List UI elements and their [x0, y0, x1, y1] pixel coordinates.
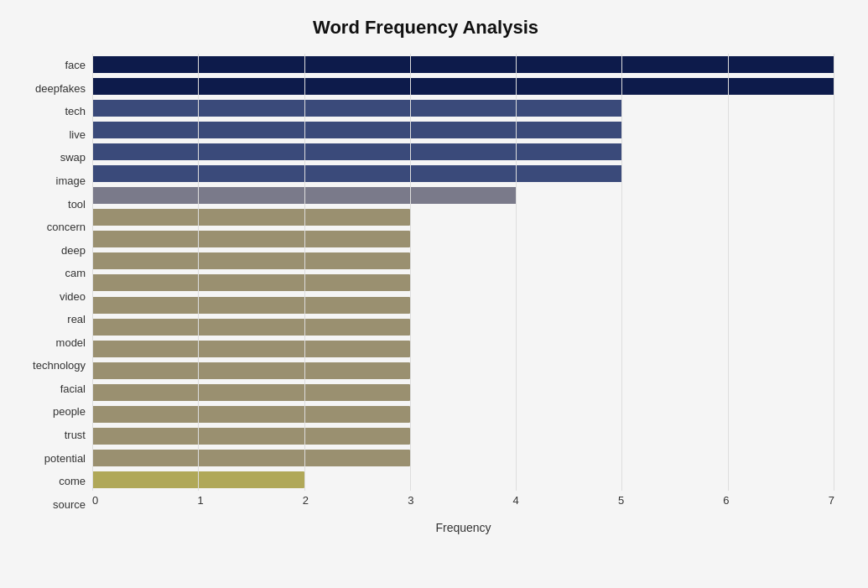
y-label: tech [65, 106, 86, 117]
bar [92, 274, 410, 291]
bar-row [92, 294, 834, 316]
bar [92, 428, 410, 445]
y-label: deep [61, 245, 86, 256]
y-label: come [59, 476, 86, 487]
x-tick: 3 [408, 494, 413, 507]
chart-area: facedeepfakestechliveswapimagetoolconcer… [17, 54, 834, 516]
bar-row [92, 338, 834, 360]
bar [92, 78, 834, 95]
chart-title: Word Frequency Analysis [17, 17, 834, 39]
bar [92, 471, 304, 488]
bar-row [92, 119, 834, 141]
y-label: image [56, 175, 86, 186]
bar [92, 231, 410, 247]
bar [92, 297, 410, 314]
bar-row [92, 447, 834, 469]
bar-row [92, 403, 834, 425]
bar [92, 384, 410, 401]
bar [92, 100, 622, 117]
bar [92, 143, 622, 160]
x-tick: 6 [723, 494, 729, 507]
bar-row [92, 425, 834, 447]
bar-row [92, 54, 834, 75]
bars-wrapper [92, 54, 834, 516]
bar-row [92, 75, 834, 97]
y-label: tool [68, 199, 86, 210]
x-tick: 2 [303, 494, 309, 507]
bar-row [92, 382, 834, 403]
x-tick: 4 [513, 494, 519, 507]
x-axis-label: Frequency [435, 521, 491, 534]
bar [92, 209, 410, 226]
y-label: facial [60, 383, 86, 394]
y-label: video [60, 291, 86, 302]
y-label: model [56, 337, 86, 348]
y-label: deepfakes [35, 83, 86, 94]
bar-row [92, 360, 834, 382]
x-tick: 7 [829, 494, 834, 507]
bar-row [92, 185, 834, 206]
chart-container: Word Frequency Analysis facedeepfakestec… [0, 0, 868, 588]
bar [92, 319, 410, 336]
bar-row [92, 97, 834, 119]
y-axis-labels: facedeepfakestechliveswapimagetoolconcer… [17, 54, 92, 516]
y-label: source [53, 499, 86, 510]
bar [92, 406, 410, 423]
bars-and-grid: Frequency 01234567 [92, 54, 834, 516]
bar [92, 341, 410, 357]
y-label: concern [47, 221, 86, 232]
y-label: potential [44, 453, 86, 464]
bar-row [92, 141, 834, 163]
bar [92, 362, 410, 379]
bar [92, 56, 834, 73]
x-tick: 0 [92, 494, 98, 507]
bar [92, 122, 622, 138]
bar [92, 165, 622, 182]
y-label: technology [33, 360, 86, 371]
bar-row [92, 272, 834, 294]
bar-row [92, 316, 834, 338]
y-label: swap [60, 152, 86, 163]
x-axis: Frequency 01234567 [92, 491, 834, 516]
bar-row [92, 250, 834, 272]
bar [92, 450, 410, 466]
bar [92, 252, 410, 269]
bar-row [92, 206, 834, 228]
y-label: live [69, 129, 86, 140]
bar [92, 187, 517, 204]
y-label: face [65, 60, 86, 70]
x-tick: 1 [197, 494, 203, 507]
bar-row [92, 469, 834, 491]
bar-row [92, 163, 834, 185]
y-label: trust [65, 429, 86, 440]
y-label: real [67, 314, 86, 325]
bar-row [92, 228, 834, 250]
y-label: cam [65, 268, 86, 278]
x-tick: 5 [618, 494, 624, 507]
y-label: people [53, 406, 86, 417]
